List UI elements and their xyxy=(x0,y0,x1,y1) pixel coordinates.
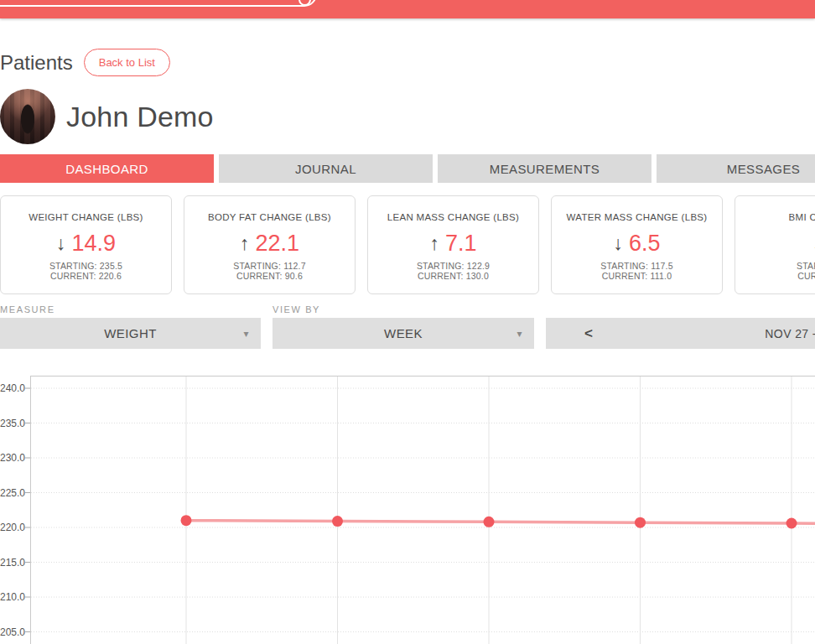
card-title: WATER MASS CHANGE (LBS) xyxy=(552,212,722,222)
card-starting: STARTING: 235.5 xyxy=(1,262,171,272)
card-lean-mass-change: LEAN MASS CHANGE (LBS) ↑ 7.1 STARTING: 1… xyxy=(367,195,539,294)
card-bmi-change: BMI CHANGE ↓ STARTING: CURRENT: xyxy=(735,195,815,294)
tab-measurements[interactable]: MEASUREMENTS xyxy=(438,154,651,183)
patient-tabs: DASHBOARD JOURNAL MEASUREMENTS MESSAGES xyxy=(0,154,815,183)
view-by-label: VIEW BY xyxy=(273,304,534,315)
back-to-list-button[interactable]: Back to List xyxy=(84,49,170,76)
chevron-down-icon: ▾ xyxy=(517,328,522,340)
stat-cards-row: WEIGHT CHANGE (LBS) ↓ 14.9 STARTING: 235… xyxy=(0,195,815,294)
svg-text:215.0: 215.0 xyxy=(0,557,25,569)
page-title: Patients xyxy=(0,51,73,75)
view-by-value: WEEK xyxy=(384,326,423,340)
card-water-mass-change: WATER MASS CHANGE (LBS) ↓ 6.5 STARTING: … xyxy=(551,195,723,294)
date-nav-label-spacer xyxy=(546,304,815,315)
measure-label: MEASURE xyxy=(0,304,261,315)
weight-line-chart: 240.0235.0230.0225.0220.0215.0210.0205.0 xyxy=(0,376,815,644)
page-header: Patients Back to List xyxy=(0,49,170,76)
measure-select[interactable]: WEIGHT ▾ xyxy=(0,318,261,349)
card-starting: STARTING: 117.5 xyxy=(552,262,722,272)
card-current: CURRENT: 90.6 xyxy=(184,272,355,282)
card-starting: STARTING: xyxy=(735,262,815,272)
svg-text:210.0: 210.0 xyxy=(0,591,25,603)
card-current: CURRENT: 130.0 xyxy=(368,272,538,282)
tab-journal[interactable]: JOURNAL xyxy=(219,154,433,183)
card-weight-change: WEIGHT CHANGE (LBS) ↓ 14.9 STARTING: 235… xyxy=(0,195,172,294)
patient-name: John Demo xyxy=(66,101,214,133)
arrow-down-icon: ↓ xyxy=(56,232,66,255)
svg-text:220.0: 220.0 xyxy=(0,522,25,533)
arrow-up-icon: ↑ xyxy=(429,232,439,255)
patient-profile: John Demo xyxy=(0,89,214,144)
patient-dashboard-page: { "header": { "title": "Patients", "back… xyxy=(0,0,815,644)
svg-text:205.0: 205.0 xyxy=(0,626,25,638)
tab-messages[interactable]: MESSAGES xyxy=(657,154,815,183)
card-title: WEIGHT CHANGE (LBS) xyxy=(1,212,171,222)
chevron-left-icon[interactable]: < xyxy=(584,325,593,341)
card-body-fat-change: BODY FAT CHANGE (LBS) ↑ 22.1 STARTING: 1… xyxy=(184,195,356,294)
tab-dashboard[interactable]: DASHBOARD xyxy=(0,154,214,183)
card-current: CURRENT: 111.0 xyxy=(552,272,722,282)
chart-canvas: 240.0235.0230.0225.0220.0215.0210.0205.0 xyxy=(0,376,815,644)
measure-value: WEIGHT xyxy=(104,326,156,340)
card-starting: STARTING: 122.9 xyxy=(368,262,538,272)
card-title: BODY FAT CHANGE (LBS) xyxy=(184,212,355,222)
patient-avatar xyxy=(0,89,55,144)
card-value: 6.5 xyxy=(629,231,661,257)
svg-text:235.0: 235.0 xyxy=(0,418,25,429)
card-current: CURRENT: xyxy=(735,272,815,282)
arrow-down-icon: ↓ xyxy=(613,232,623,255)
weight-series-line xyxy=(186,521,815,523)
card-current: CURRENT: 220.6 xyxy=(1,272,171,282)
chevron-down-icon: ▾ xyxy=(244,328,249,340)
svg-text:225.0: 225.0 xyxy=(0,487,25,499)
card-title: LEAN MASS CHANGE (LBS) xyxy=(368,212,538,222)
x-gridlines xyxy=(186,376,792,644)
arrow-up-icon: ↑ xyxy=(240,232,250,255)
date-range-text: NOV 27 - 03 DEC xyxy=(765,327,815,340)
card-starting: STARTING: 112.7 xyxy=(184,262,355,272)
top-nav-bar xyxy=(0,0,815,18)
chart-filters: MEASURE WEIGHT ▾ VIEW BY WEEK ▾ < NOV 27… xyxy=(0,304,815,349)
date-range-navigator[interactable]: < NOV 27 - 03 DEC xyxy=(546,318,815,349)
card-value: 22.1 xyxy=(255,231,299,257)
card-value: 7.1 xyxy=(445,231,477,257)
card-title: BMI CHANGE xyxy=(735,212,815,222)
search-input[interactable] xyxy=(0,0,317,7)
svg-text:230.0: 230.0 xyxy=(0,452,25,464)
svg-text:240.0: 240.0 xyxy=(0,382,25,394)
y-gridlines-and-labels: 240.0235.0230.0225.0220.0215.0210.0205.0 xyxy=(0,382,815,638)
card-value: 14.9 xyxy=(71,231,116,257)
view-by-select[interactable]: WEEK ▾ xyxy=(273,318,534,349)
